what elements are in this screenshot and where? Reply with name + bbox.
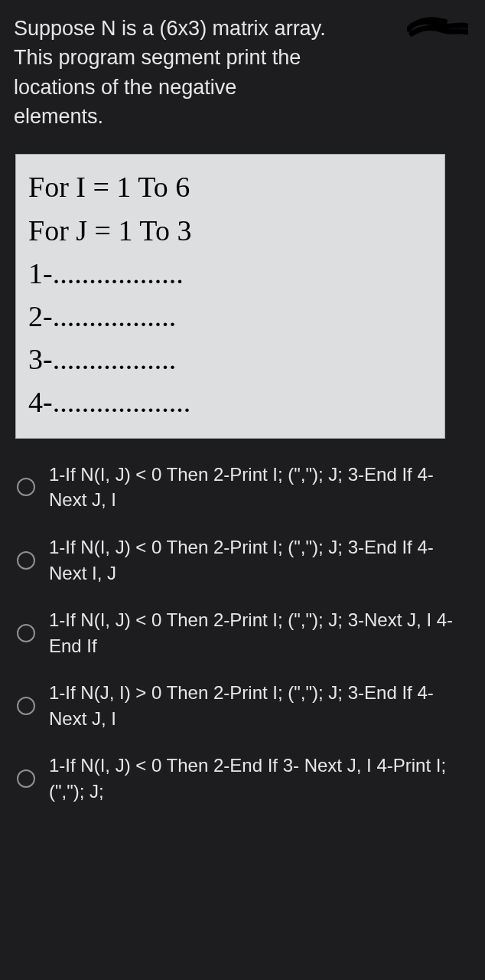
option-e-text: 1-If N(I, J) < 0 Then 2-End If 3- Next J… [49, 753, 471, 804]
code-line-2: For J = 1 To 3 [28, 209, 432, 252]
question-line-2: This program segment print the [14, 46, 301, 69]
code-snippet-box: For I = 1 To 6 For J = 1 To 3 1-........… [15, 154, 445, 438]
question-line-1: Suppose N is a (6x3) matrix array. [14, 17, 326, 40]
option-b[interactable]: 1-If N(I, J) < 0 Then 2-Print I; (","); … [17, 534, 471, 586]
option-d-text: 1-If N(J, I) > 0 Then 2-Print I; (","); … [49, 680, 471, 731]
option-c-text: 1-If N(I, J) < 0 Then 2-Print I; (","); … [49, 607, 471, 658]
radio-unchecked-icon [17, 551, 35, 570]
code-line-1: For I = 1 To 6 [28, 165, 432, 208]
radio-unchecked-icon [17, 478, 35, 496]
question-prompt: Suppose N is a (6x3) matrix array. This … [14, 14, 471, 131]
question-line-3: locations of the negative [14, 76, 236, 99]
option-a-text: 1-If N(I, J) < 0 Then 2-Print I; (","); … [49, 462, 471, 513]
code-line-4: 2-................. [28, 295, 432, 338]
option-a[interactable]: 1-If N(I, J) < 0 Then 2-Print I; (","); … [17, 462, 471, 513]
scribble-mark [407, 15, 468, 41]
question-line-4: elements. [14, 105, 103, 128]
code-line-5: 3-................. [28, 338, 432, 381]
radio-unchecked-icon [17, 769, 35, 788]
radio-unchecked-icon [17, 697, 35, 715]
option-b-text: 1-If N(I, J) < 0 Then 2-Print I; (","); … [49, 534, 471, 586]
option-e[interactable]: 1-If N(I, J) < 0 Then 2-End If 3- Next J… [17, 753, 471, 804]
options-group: 1-If N(I, J) < 0 Then 2-Print I; (","); … [14, 462, 471, 805]
option-c[interactable]: 1-If N(I, J) < 0 Then 2-Print I; (","); … [17, 607, 471, 658]
code-line-3: 1-.................. [28, 252, 432, 295]
option-d[interactable]: 1-If N(J, I) > 0 Then 2-Print I; (","); … [17, 680, 471, 731]
radio-unchecked-icon [17, 624, 35, 642]
code-line-6: 4-................... [28, 381, 432, 423]
